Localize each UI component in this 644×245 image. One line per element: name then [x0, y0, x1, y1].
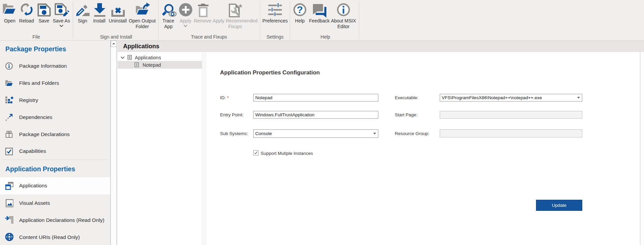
svg-text:?: ? [297, 4, 303, 15]
